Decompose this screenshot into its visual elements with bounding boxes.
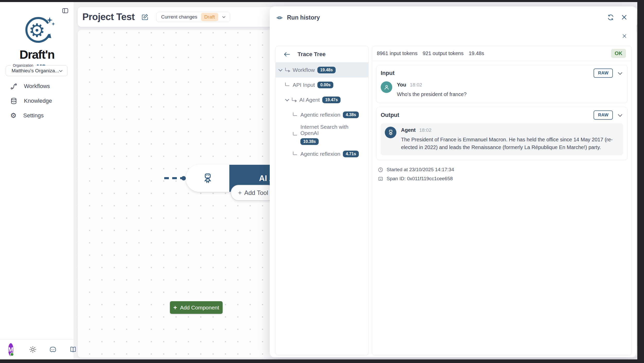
run-history-title: Run history [287, 14, 320, 21]
message-sender: You [397, 82, 406, 88]
sidebar-collapse-button[interactable] [61, 7, 69, 14]
output-section: Output RAW [376, 107, 628, 160]
add-tool-button[interactable]: + Add Tool [231, 185, 276, 201]
branch-arrow-icon [292, 98, 296, 101]
sidebar-item-label: Workflows [24, 83, 50, 90]
trace-row-workflow[interactable]: Workflow 19.48s [276, 63, 368, 77]
database-icon [10, 98, 17, 105]
run-history-header: Run history [270, 6, 636, 29]
eye-icon [276, 14, 283, 21]
discord-icon[interactable] [49, 346, 57, 353]
span-id-text: Span ID: 0x011f119cc1cee658 [387, 176, 453, 182]
trace-row-agentic-reflexion-2[interactable]: Agentic reflexion 4.71s [276, 146, 368, 161]
version-selector[interactable]: Current changes Draft [156, 12, 230, 22]
sidebar-item-workflows[interactable]: Workflows [0, 81, 74, 92]
avatar-initial: M [8, 346, 13, 353]
sidebar-nav: Workflows Knowledge ⚙ Settings [0, 81, 74, 125]
trace-row-api-input[interactable]: API Input 0.00s [276, 77, 368, 92]
message-text: The President of France is Emmanuel Macr… [401, 136, 619, 151]
chevron-down-icon [279, 67, 283, 71]
chevron-down-icon[interactable] [618, 113, 622, 117]
workflows-icon [10, 83, 17, 90]
theme-sun-icon[interactable] [29, 346, 36, 353]
sidebar-item-label: Settings [23, 112, 44, 119]
panel-collapse-icon [62, 7, 69, 14]
plus-icon: + [238, 190, 242, 196]
duration-badge: 0.00s [317, 82, 333, 88]
branch-arrow-icon [285, 68, 289, 71]
agent-message-avatar [385, 127, 396, 138]
version-label: Current changes [161, 14, 197, 20]
close-icon[interactable] [621, 14, 628, 21]
chevron-down-icon [285, 97, 289, 101]
duration-badge: 4.71s [343, 151, 359, 157]
trace-label: Agentic reflexion [300, 112, 340, 118]
docs-book-icon[interactable] [69, 346, 77, 353]
trace-row-internet-search[interactable]: Internet Search with OpenAI 10.38s [276, 122, 368, 146]
window-frame: ⚙ Draft'n run Organization Matthieu's Or… [0, 0, 644, 363]
raw-toggle-button[interactable]: RAW [594, 68, 613, 78]
trace-label: AI Agent [299, 97, 320, 103]
trace-label: API Input [293, 82, 315, 88]
edge-connector-left [164, 177, 183, 179]
refresh-button[interactable] [607, 14, 614, 21]
input-message: You 18:02 Who's the president of france? [381, 81, 623, 98]
raw-toggle-button[interactable]: RAW [594, 110, 613, 120]
trace-detail-panel: 8961 input tokens 921 output tokens 19.4… [372, 46, 632, 355]
draft-status-badge: Draft [201, 13, 218, 21]
trace-label: Agentic reflexion [300, 151, 340, 157]
trace-duration: 19.48s [469, 50, 484, 56]
status-badge: OK [611, 49, 626, 58]
trace-row-ai-agent[interactable]: AI Agent 19.47s [276, 92, 368, 107]
plus-icon: + [173, 305, 177, 311]
node-port-left[interactable] [181, 176, 186, 180]
organization-value: Matthieu's Organiza... [12, 68, 59, 74]
add-component-label: Add Component [180, 305, 219, 311]
user-message-avatar [381, 81, 392, 93]
trace-row-agentic-reflexion-1[interactable]: Agentic reflexion 4.38s [276, 107, 368, 122]
trace-label: Internet Search with OpenAI [300, 124, 365, 136]
app-root: ⚙ Draft'n run Organization Matthieu's Or… [0, 2, 637, 359]
span-id-icon [378, 176, 383, 182]
robot-icon [186, 165, 229, 192]
gear-icon: ⚙ [10, 112, 16, 119]
online-status-dot [10, 352, 14, 356]
branch-elbow-icon [293, 132, 297, 135]
output-message: Agent 18:02 The President of France is E… [385, 127, 619, 151]
organization-select[interactable]: Organization Matthieu's Organiza... [6, 65, 68, 76]
clock-icon [378, 167, 383, 172]
add-component-button[interactable]: + Add Component [170, 301, 223, 314]
message-time: 18:02 [419, 127, 432, 133]
trace-metadata: Started at 23/10/2025 14:17:34 Span ID: … [378, 167, 626, 182]
logo-gear-icon: ⚙ [18, 15, 56, 48]
duration-badge: 4.38s [343, 111, 359, 118]
pencil-edit-icon [141, 13, 149, 21]
add-tool-label: Add Tool [244, 189, 268, 196]
input-section-title: Input [381, 70, 395, 76]
trace-detail-header: 8961 input tokens 921 output tokens 19.4… [372, 46, 632, 61]
message-time: 18:02 [410, 82, 422, 88]
input-section: Input RAW You [376, 65, 628, 103]
logo-text-line1: Draft'n [0, 48, 74, 60]
branch-elbow-icon [293, 113, 297, 116]
organization-label: Organization [11, 63, 35, 67]
chevron-down-icon[interactable] [618, 71, 622, 75]
page-title: Project Test [82, 12, 135, 22]
sidebar-item-label: Knowledge [24, 98, 52, 104]
back-arrow-icon[interactable] [283, 51, 290, 57]
trace-label: Workflow [293, 67, 315, 73]
duration-badge: 19.48s [317, 67, 336, 73]
message-text: Who's the president of france? [397, 90, 467, 98]
sidebar-item-knowledge[interactable]: Knowledge [0, 95, 74, 107]
sidebar-footer: M [0, 339, 74, 359]
close-detail-icon[interactable] [622, 33, 627, 39]
user-avatar[interactable]: M [8, 343, 13, 356]
sidebar-item-settings[interactable]: ⚙ Settings [0, 110, 74, 121]
branch-elbow-icon [293, 152, 297, 155]
output-section-title: Output [381, 112, 399, 118]
edit-title-button[interactable] [141, 13, 149, 21]
sidebar: ⚙ Draft'n run Organization Matthieu's Or… [0, 2, 74, 359]
duration-badge: 19.47s [322, 97, 341, 103]
run-history-panel: Run history [270, 6, 636, 357]
chevron-down-icon [222, 16, 226, 18]
